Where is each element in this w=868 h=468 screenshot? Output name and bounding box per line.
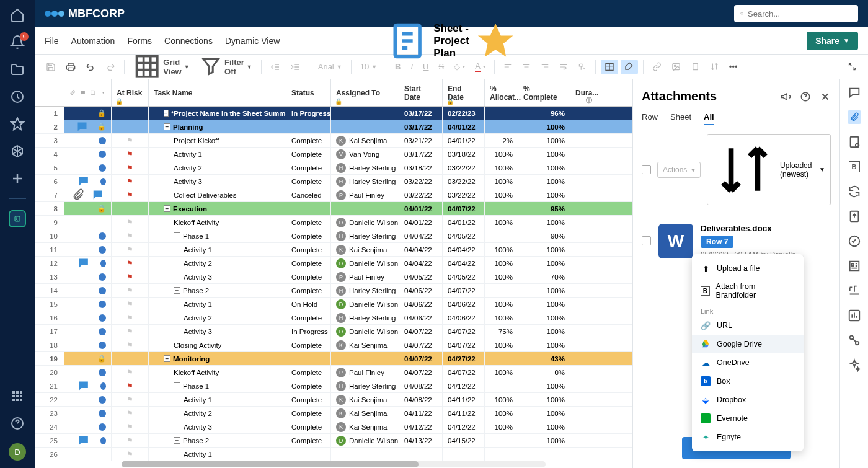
complete-cell[interactable]: 100% bbox=[518, 257, 570, 270]
undo-icon[interactable] bbox=[82, 60, 99, 74]
allocation-cell[interactable]: 100% bbox=[485, 175, 518, 188]
complete-cell[interactable]: 100% bbox=[518, 325, 570, 338]
table-row[interactable]: 14 ⚑ −Phase 2 Complete HHarley Sterling … bbox=[35, 284, 632, 298]
apps-icon[interactable] bbox=[10, 389, 25, 404]
at-risk-cell[interactable]: ⚑ bbox=[112, 216, 149, 229]
menu-file[interactable]: File bbox=[45, 36, 59, 46]
sort-icon[interactable] bbox=[706, 60, 723, 74]
assigned-cell[interactable]: PPaul Finley bbox=[331, 366, 399, 379]
complete-cell[interactable]: 100% bbox=[518, 120, 570, 133]
end-date-cell[interactable]: 04/04/22 bbox=[443, 243, 485, 256]
save-icon[interactable] bbox=[42, 60, 60, 74]
status-cell[interactable] bbox=[286, 202, 331, 215]
start-date-cell[interactable] bbox=[399, 448, 443, 461]
duration-cell[interactable] bbox=[570, 161, 595, 174]
wrap-icon[interactable] bbox=[556, 60, 572, 74]
expand-icon[interactable] bbox=[844, 60, 861, 74]
allocation-cell[interactable] bbox=[485, 229, 518, 242]
complete-cell[interactable]: 100% bbox=[518, 420, 570, 433]
duration-cell[interactable] bbox=[570, 325, 595, 338]
assigned-cell[interactable] bbox=[331, 120, 399, 133]
at-risk-cell[interactable] bbox=[112, 202, 149, 215]
complete-cell[interactable]: 0% bbox=[518, 366, 570, 379]
add-icon[interactable] bbox=[10, 171, 25, 186]
task-name-cell[interactable]: Activity 1 bbox=[149, 448, 286, 461]
status-cell[interactable]: Complete bbox=[286, 434, 331, 447]
align-right-icon[interactable] bbox=[537, 60, 553, 74]
allocation-cell[interactable] bbox=[485, 120, 518, 133]
complete-cell[interactable]: 100% bbox=[518, 338, 570, 351]
task-name-cell[interactable]: Activity 2 bbox=[149, 161, 286, 174]
conversations-icon[interactable] bbox=[848, 86, 861, 99]
end-date-cell[interactable]: 03/22/22 bbox=[443, 161, 485, 174]
table-row[interactable]: 17 ⚑ Activity 3 In Progress DDanielle Wi… bbox=[35, 325, 632, 338]
at-risk-cell[interactable]: ⚑ bbox=[112, 175, 149, 188]
menu-connections[interactable]: Connections bbox=[164, 36, 213, 46]
assigned-cell[interactable]: VVan Vong bbox=[331, 148, 399, 161]
at-risk-cell[interactable]: ⚑ bbox=[112, 284, 149, 297]
work-insights-icon[interactable] bbox=[848, 284, 861, 298]
task-name-cell[interactable]: Activity 1 bbox=[149, 393, 286, 406]
duration-cell[interactable] bbox=[570, 107, 595, 120]
share-button[interactable]: Share ▼ bbox=[807, 32, 858, 50]
end-date-cell[interactable]: 04/27/22 bbox=[443, 352, 485, 365]
table-row[interactable]: 4 ⚑ Activity 1 Complete VVan Vong 03/17/… bbox=[35, 148, 632, 161]
start-date-cell[interactable]: 04/04/22 bbox=[399, 243, 443, 256]
duration-cell[interactable] bbox=[570, 216, 595, 229]
end-date-cell[interactable]: 04/07/22 bbox=[443, 325, 485, 338]
star-icon[interactable] bbox=[474, 20, 516, 62]
table-row[interactable]: 26 ⚑ Activity 1 bbox=[35, 448, 632, 461]
task-name-cell[interactable]: Activity 1 bbox=[149, 148, 286, 161]
table-row[interactable]: 23 ⚑ Activity 2 Complete KKai Senjima 04… bbox=[35, 407, 632, 420]
table-row[interactable]: 9 ⚑ Kickoff Activity Complete DDanielle … bbox=[35, 216, 632, 229]
expand-toggle[interactable]: − bbox=[174, 232, 180, 239]
print-icon[interactable] bbox=[62, 60, 79, 74]
start-date-cell[interactable]: 04/06/22 bbox=[399, 284, 443, 297]
allocation-cell[interactable]: 100% bbox=[485, 161, 518, 174]
assigned-cell[interactable]: DDanielle Wilson bbox=[331, 325, 399, 338]
allocation-cell[interactable]: 100% bbox=[485, 338, 518, 351]
task-name-cell[interactable]: Kickoff Activity bbox=[149, 216, 286, 229]
publish-icon[interactable] bbox=[848, 210, 861, 223]
start-date-cell[interactable]: 04/07/22 bbox=[399, 325, 443, 338]
status-cell[interactable]: Complete bbox=[286, 257, 331, 270]
end-date-cell[interactable]: 04/01/22 bbox=[443, 216, 485, 229]
duration-cell[interactable] bbox=[570, 134, 595, 147]
status-cell[interactable]: On Hold bbox=[286, 298, 331, 311]
assigned-cell[interactable]: HHarley Sterling bbox=[331, 311, 399, 324]
col-start-date[interactable]: Start Date bbox=[399, 79, 443, 106]
complete-cell[interactable]: 100% bbox=[518, 148, 570, 161]
allocation-cell[interactable]: 100% bbox=[485, 393, 518, 406]
start-date-cell[interactable]: 03/21/22 bbox=[399, 134, 443, 147]
end-date-cell[interactable]: 04/07/22 bbox=[443, 338, 485, 351]
assigned-cell[interactable] bbox=[331, 107, 399, 120]
home-icon[interactable] bbox=[10, 7, 25, 22]
start-date-cell[interactable]: 03/17/22 bbox=[399, 120, 443, 133]
start-date-cell[interactable]: 04/05/22 bbox=[399, 270, 443, 283]
at-risk-cell[interactable]: ⚑ bbox=[112, 420, 149, 433]
assigned-cell[interactable]: KKai Senjima bbox=[331, 134, 399, 147]
at-risk-cell[interactable]: ⚑ bbox=[112, 366, 149, 379]
task-name-cell[interactable]: Activity 2 bbox=[149, 311, 286, 324]
end-date-cell[interactable] bbox=[443, 448, 485, 461]
status-cell[interactable]: Complete bbox=[286, 229, 331, 242]
assigned-cell[interactable]: DDanielle Wilson bbox=[331, 216, 399, 229]
allocation-cell[interactable]: 100% bbox=[485, 216, 518, 229]
table-row[interactable]: 25 ⚑ −Phase 2 Complete DDanielle Wilson … bbox=[35, 434, 632, 448]
at-risk-cell[interactable]: ⚑ bbox=[112, 148, 149, 161]
allocation-cell[interactable]: 100% bbox=[485, 257, 518, 270]
status-cell[interactable]: Complete bbox=[286, 161, 331, 174]
start-date-cell[interactable]: 04/01/22 bbox=[399, 216, 443, 229]
task-name-cell[interactable]: Activity 1 bbox=[149, 243, 286, 256]
table-row[interactable]: 20 ⚑ Kickoff Activity Complete PPaul Fin… bbox=[35, 366, 632, 379]
brandfolder-rail-icon[interactable]: B bbox=[848, 160, 861, 174]
end-date-cell[interactable]: 04/05/22 bbox=[443, 229, 485, 242]
end-date-cell[interactable]: 04/06/22 bbox=[443, 311, 485, 324]
start-date-cell[interactable]: 03/22/22 bbox=[399, 175, 443, 188]
status-cell[interactable]: Complete bbox=[286, 284, 331, 297]
status-cell[interactable]: Complete bbox=[286, 407, 331, 420]
summary-icon[interactable] bbox=[848, 259, 861, 273]
table-row[interactable]: 22 ⚑ Activity 1 Complete KKai Senjima 04… bbox=[35, 393, 632, 407]
font-size-picker[interactable]: 10 ▼ bbox=[356, 60, 381, 74]
end-date-cell[interactable]: 04/15/22 bbox=[443, 434, 485, 447]
